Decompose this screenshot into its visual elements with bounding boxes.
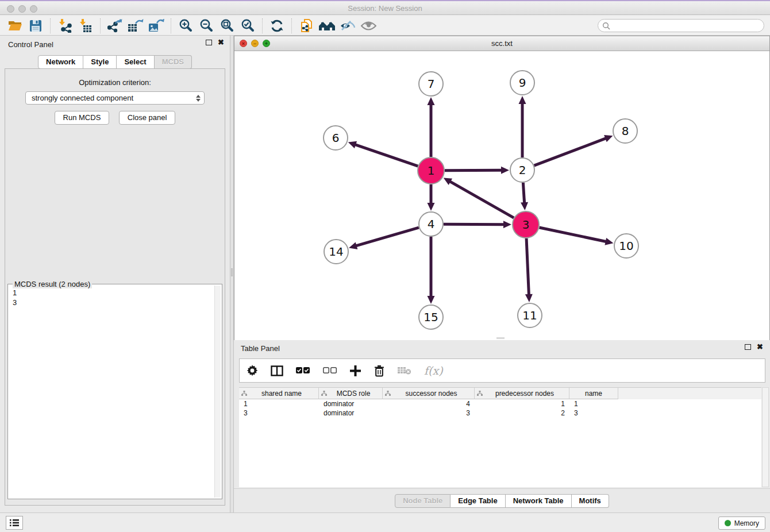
- tab-style[interactable]: Style: [83, 55, 117, 69]
- node-table: shared nameMCDS rolesuccessor nodesprede…: [239, 387, 761, 487]
- delete-table-icon[interactable]: [398, 367, 411, 375]
- task-history-button[interactable]: [6, 516, 23, 530]
- export-table-icon[interactable]: [125, 17, 146, 34]
- splitter-grip[interactable]: [231, 268, 233, 276]
- network-canvas[interactable]: 7968124314101511: [234, 52, 769, 340]
- tab-select[interactable]: Select: [117, 55, 154, 69]
- table-cell[interactable]: 4: [383, 399, 475, 408]
- window-resize-handle[interactable]: [496, 337, 505, 339]
- column-header-MCDS-role[interactable]: MCDS role: [319, 388, 383, 399]
- arrowhead-2-9: [519, 96, 526, 104]
- table-scrollbar[interactable]: [762, 387, 769, 487]
- export-image-icon[interactable]: [146, 17, 167, 34]
- zoom-in-icon[interactable]: [175, 17, 196, 34]
- edge-3-11[interactable]: [526, 238, 529, 295]
- mcds-tab-content: Optimization criterion: strongly connect…: [5, 68, 225, 506]
- node-label-7: 7: [428, 77, 435, 91]
- node-label-15: 15: [424, 310, 438, 324]
- open-session-icon[interactable]: [5, 17, 25, 34]
- table-tab-edge-table[interactable]: Edge Table: [451, 494, 505, 508]
- optimization-criterion-value: strongly connected component: [32, 94, 133, 102]
- edge-2-8[interactable]: [534, 138, 607, 165]
- table-tab-motifs[interactable]: Motifs: [572, 494, 609, 508]
- export-network-icon[interactable]: [105, 17, 125, 34]
- table-cell[interactable]: 1: [475, 399, 569, 408]
- table-row[interactable]: 3dominator323: [239, 408, 761, 418]
- zoom-selected-icon[interactable]: [237, 17, 258, 34]
- edge-4-3[interactable]: [444, 224, 505, 225]
- vertical-splitter[interactable]: [230, 36, 234, 512]
- tree-icon: [477, 391, 483, 396]
- close-panel-icon[interactable]: ✖: [218, 40, 224, 45]
- home-layout-icon[interactable]: [317, 17, 337, 34]
- select-all-columns-icon[interactable]: [296, 367, 310, 374]
- column-header-successor-nodes[interactable]: successor nodes: [383, 388, 475, 399]
- tab-mcds[interactable]: MCDS: [155, 55, 192, 69]
- mcds-result-scrollbar[interactable]: [214, 286, 221, 498]
- table-cell[interactable]: 3: [239, 408, 319, 418]
- table-cell[interactable]: 1: [239, 399, 319, 408]
- search-input[interactable]: [598, 19, 764, 32]
- zoom-fit-icon[interactable]: [217, 17, 237, 34]
- table-panel-title: Table Panel: [241, 344, 280, 353]
- deselect-all-columns-icon[interactable]: [323, 367, 337, 374]
- refresh-view-icon[interactable]: [267, 17, 287, 34]
- table-tab-network-table[interactable]: Network Table: [506, 494, 572, 508]
- arrowhead-1-2: [501, 167, 509, 174]
- table-cell[interactable]: 1: [569, 399, 618, 408]
- function-builder-icon[interactable]: f(x): [424, 364, 443, 377]
- float-panel-icon[interactable]: [206, 40, 212, 45]
- close-table-panel-icon[interactable]: ✖: [757, 344, 763, 350]
- column-header-predecessor-nodes[interactable]: predecessor nodes: [475, 388, 569, 399]
- column-label: successor nodes: [391, 390, 472, 398]
- table-cell[interactable]: dominator: [319, 399, 383, 408]
- edge-3-10[interactable]: [539, 228, 606, 242]
- arrowhead-1-7: [428, 97, 435, 105]
- settings-gear-icon[interactable]: [247, 365, 258, 376]
- show-graphics-details-icon[interactable]: [358, 17, 379, 34]
- node-label-11: 11: [522, 309, 537, 322]
- column-header-shared-name[interactable]: shared name: [239, 388, 319, 399]
- add-column-icon[interactable]: [350, 365, 361, 376]
- network-graph[interactable]: 7968124314101511: [234, 52, 769, 340]
- import-network-icon[interactable]: [55, 17, 75, 34]
- zoom-out-icon[interactable]: [196, 17, 217, 34]
- save-session-icon[interactable]: [25, 17, 46, 34]
- table-tab-node-table[interactable]: Node Table: [395, 494, 451, 508]
- edge-3-1[interactable]: [449, 181, 514, 218]
- edge-2-3[interactable]: [523, 183, 524, 203]
- table-row[interactable]: 1dominator411: [239, 399, 761, 408]
- arrowhead-1-6: [348, 141, 357, 148]
- float-table-panel-icon[interactable]: [745, 344, 751, 350]
- optimization-criterion-select[interactable]: strongly connected component: [25, 91, 205, 105]
- table-cell[interactable]: 2: [475, 408, 569, 418]
- tab-network[interactable]: Network: [38, 55, 83, 69]
- delete-column-icon[interactable]: [374, 365, 385, 377]
- network-window-titlebar[interactable]: × − + scc.txt: [234, 36, 769, 51]
- node-label-3: 3: [522, 218, 530, 232]
- split-panel-icon[interactable]: [271, 365, 283, 376]
- control-panel-title: Control Panel: [8, 40, 53, 49]
- import-table-icon[interactable]: [75, 17, 96, 34]
- column-label: name: [572, 390, 615, 398]
- table-cell[interactable]: 3: [383, 408, 475, 418]
- table-cell[interactable]: dominator: [319, 408, 383, 418]
- node-label-8: 8: [622, 124, 629, 138]
- edge-1-2[interactable]: [445, 170, 502, 171]
- arrowhead-2-8: [604, 135, 613, 142]
- edge-1-6[interactable]: [355, 144, 418, 166]
- table-cell[interactable]: 3: [569, 408, 618, 418]
- memory-button[interactable]: Memory: [718, 516, 765, 530]
- table-body: 1dominator4113dominator323: [239, 399, 761, 418]
- select-stepper-icon: [196, 95, 201, 102]
- edge-4-14[interactable]: [356, 228, 419, 246]
- column-header-name[interactable]: name: [569, 388, 618, 399]
- copy-style-icon[interactable]: [296, 17, 317, 34]
- mcds-result-text[interactable]: 1 3: [9, 287, 213, 498]
- list-icon: [10, 519, 19, 527]
- hide-graphics-details-icon[interactable]: [337, 17, 358, 34]
- table-toolbar: f(x): [239, 358, 765, 383]
- node-label-2: 2: [519, 163, 526, 177]
- run-mcds-button[interactable]: Run MCDS: [55, 111, 110, 125]
- close-panel-button[interactable]: Close panel: [119, 111, 176, 125]
